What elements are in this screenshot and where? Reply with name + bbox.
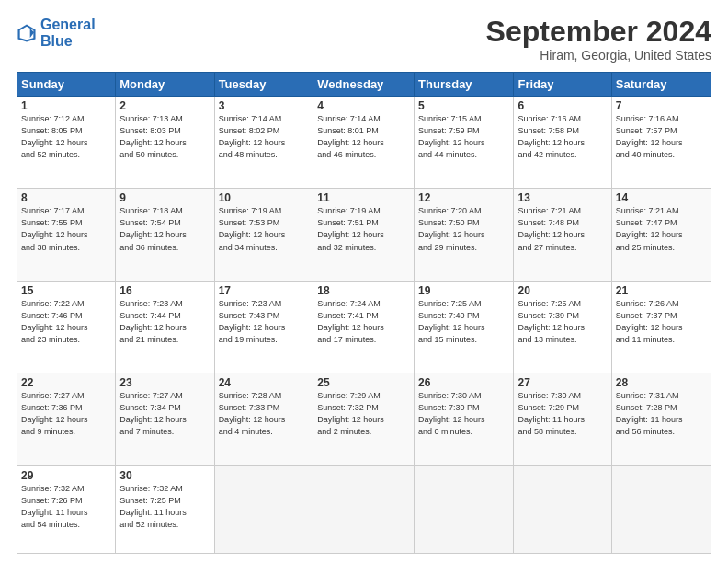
table-cell: 19Sunrise: 7:25 AM Sunset: 7:40 PM Dayli… bbox=[415, 281, 514, 373]
day-number: 30 bbox=[119, 469, 210, 482]
header-wednesday: Wednesday bbox=[313, 73, 415, 97]
table-cell: 15Sunrise: 7:22 AM Sunset: 7:46 PM Dayli… bbox=[17, 281, 116, 373]
page-header: General Blue September 2024 Hiram, Georg… bbox=[17, 17, 711, 63]
day-info: Sunrise: 7:17 AM Sunset: 7:55 PM Dayligh… bbox=[21, 205, 111, 253]
table-cell: 28Sunrise: 7:31 AM Sunset: 7:28 PM Dayli… bbox=[611, 373, 711, 465]
header-tuesday: Tuesday bbox=[214, 73, 313, 97]
day-number: 18 bbox=[317, 284, 410, 297]
table-cell: 7Sunrise: 7:16 AM Sunset: 7:57 PM Daylig… bbox=[611, 97, 711, 189]
table-cell: 23Sunrise: 7:27 AM Sunset: 7:34 PM Dayli… bbox=[116, 373, 214, 465]
table-cell: 29Sunrise: 7:32 AM Sunset: 7:26 PM Dayli… bbox=[17, 465, 116, 554]
day-info: Sunrise: 7:19 AM Sunset: 7:51 PM Dayligh… bbox=[317, 205, 410, 253]
day-number: 15 bbox=[21, 284, 111, 297]
day-number: 5 bbox=[418, 99, 509, 112]
day-number: 1 bbox=[21, 99, 111, 112]
day-info: Sunrise: 7:30 AM Sunset: 7:29 PM Dayligh… bbox=[518, 390, 607, 438]
table-cell bbox=[415, 465, 514, 554]
day-number: 9 bbox=[119, 191, 210, 204]
day-info: Sunrise: 7:20 AM Sunset: 7:50 PM Dayligh… bbox=[418, 205, 509, 253]
table-cell: 20Sunrise: 7:25 AM Sunset: 7:39 PM Dayli… bbox=[514, 281, 611, 373]
day-info: Sunrise: 7:22 AM Sunset: 7:46 PM Dayligh… bbox=[21, 298, 111, 346]
day-info: Sunrise: 7:23 AM Sunset: 7:43 PM Dayligh… bbox=[219, 298, 310, 346]
table-cell bbox=[214, 465, 313, 554]
table-cell: 11Sunrise: 7:19 AM Sunset: 7:51 PM Dayli… bbox=[313, 189, 415, 281]
header-saturday: Saturday bbox=[611, 73, 711, 97]
table-cell: 30Sunrise: 7:32 AM Sunset: 7:25 PM Dayli… bbox=[116, 465, 214, 554]
day-number: 2 bbox=[119, 99, 210, 112]
table-cell: 24Sunrise: 7:28 AM Sunset: 7:33 PM Dayli… bbox=[214, 373, 313, 465]
day-number: 7 bbox=[616, 99, 707, 112]
day-info: Sunrise: 7:32 AM Sunset: 7:25 PM Dayligh… bbox=[119, 483, 210, 531]
day-number: 27 bbox=[518, 376, 607, 389]
header-sunday: Sunday bbox=[17, 73, 116, 97]
day-info: Sunrise: 7:16 AM Sunset: 7:58 PM Dayligh… bbox=[518, 113, 607, 161]
day-info: Sunrise: 7:14 AM Sunset: 8:01 PM Dayligh… bbox=[317, 113, 410, 161]
day-info: Sunrise: 7:32 AM Sunset: 7:26 PM Dayligh… bbox=[21, 483, 111, 531]
table-cell: 16Sunrise: 7:23 AM Sunset: 7:44 PM Dayli… bbox=[116, 281, 214, 373]
day-info: Sunrise: 7:18 AM Sunset: 7:54 PM Dayligh… bbox=[119, 205, 210, 253]
day-info: Sunrise: 7:16 AM Sunset: 7:57 PM Dayligh… bbox=[616, 113, 707, 161]
day-number: 16 bbox=[119, 284, 210, 297]
day-info: Sunrise: 7:19 AM Sunset: 7:53 PM Dayligh… bbox=[219, 205, 310, 253]
day-info: Sunrise: 7:27 AM Sunset: 7:36 PM Dayligh… bbox=[21, 390, 111, 438]
week-row-4: 22Sunrise: 7:27 AM Sunset: 7:36 PM Dayli… bbox=[17, 373, 711, 465]
day-number: 6 bbox=[518, 99, 607, 112]
day-number: 21 bbox=[616, 284, 707, 297]
table-cell: 6Sunrise: 7:16 AM Sunset: 7:58 PM Daylig… bbox=[514, 97, 611, 189]
month-title: September 2024 bbox=[486, 17, 711, 46]
day-number: 25 bbox=[317, 376, 410, 389]
table-cell: 2Sunrise: 7:13 AM Sunset: 8:03 PM Daylig… bbox=[116, 97, 214, 189]
table-cell: 13Sunrise: 7:21 AM Sunset: 7:48 PM Dayli… bbox=[514, 189, 611, 281]
day-info: Sunrise: 7:23 AM Sunset: 7:44 PM Dayligh… bbox=[119, 298, 210, 346]
table-cell: 12Sunrise: 7:20 AM Sunset: 7:50 PM Dayli… bbox=[415, 189, 514, 281]
week-row-3: 15Sunrise: 7:22 AM Sunset: 7:46 PM Dayli… bbox=[17, 281, 711, 373]
day-number: 3 bbox=[219, 99, 310, 112]
day-number: 23 bbox=[119, 376, 210, 389]
day-info: Sunrise: 7:27 AM Sunset: 7:34 PM Dayligh… bbox=[119, 390, 210, 438]
day-info: Sunrise: 7:28 AM Sunset: 7:33 PM Dayligh… bbox=[219, 390, 310, 438]
table-cell: 26Sunrise: 7:30 AM Sunset: 7:30 PM Dayli… bbox=[415, 373, 514, 465]
table-cell: 1Sunrise: 7:12 AM Sunset: 8:05 PM Daylig… bbox=[17, 97, 116, 189]
day-number: 19 bbox=[418, 284, 509, 297]
day-info: Sunrise: 7:15 AM Sunset: 7:59 PM Dayligh… bbox=[418, 113, 509, 161]
logo: General Blue bbox=[17, 17, 96, 49]
day-number: 17 bbox=[219, 284, 310, 297]
table-cell: 18Sunrise: 7:24 AM Sunset: 7:41 PM Dayli… bbox=[313, 281, 415, 373]
table-cell: 3Sunrise: 7:14 AM Sunset: 8:02 PM Daylig… bbox=[214, 97, 313, 189]
day-info: Sunrise: 7:21 AM Sunset: 7:48 PM Dayligh… bbox=[518, 205, 607, 253]
day-info: Sunrise: 7:13 AM Sunset: 8:03 PM Dayligh… bbox=[119, 113, 210, 161]
table-cell: 4Sunrise: 7:14 AM Sunset: 8:01 PM Daylig… bbox=[313, 97, 415, 189]
table-cell: 27Sunrise: 7:30 AM Sunset: 7:29 PM Dayli… bbox=[514, 373, 611, 465]
day-number: 4 bbox=[317, 99, 410, 112]
table-cell: 14Sunrise: 7:21 AM Sunset: 7:47 PM Dayli… bbox=[611, 189, 711, 281]
table-cell bbox=[313, 465, 415, 554]
day-number: 13 bbox=[518, 191, 607, 204]
day-info: Sunrise: 7:25 AM Sunset: 7:39 PM Dayligh… bbox=[518, 298, 607, 346]
table-cell: 21Sunrise: 7:26 AM Sunset: 7:37 PM Dayli… bbox=[611, 281, 711, 373]
header-monday: Monday bbox=[116, 73, 214, 97]
day-number: 8 bbox=[21, 191, 111, 204]
day-info: Sunrise: 7:31 AM Sunset: 7:28 PM Dayligh… bbox=[616, 390, 707, 438]
table-cell: 9Sunrise: 7:18 AM Sunset: 7:54 PM Daylig… bbox=[116, 189, 214, 281]
calendar-table: Sunday Monday Tuesday Wednesday Thursday… bbox=[17, 72, 711, 554]
table-cell: 10Sunrise: 7:19 AM Sunset: 7:53 PM Dayli… bbox=[214, 189, 313, 281]
day-number: 11 bbox=[317, 191, 410, 204]
day-number: 29 bbox=[21, 469, 111, 482]
day-number: 22 bbox=[21, 376, 111, 389]
day-info: Sunrise: 7:29 AM Sunset: 7:32 PM Dayligh… bbox=[317, 390, 410, 438]
day-info: Sunrise: 7:26 AM Sunset: 7:37 PM Dayligh… bbox=[616, 298, 707, 346]
table-cell bbox=[514, 465, 611, 554]
table-cell: 17Sunrise: 7:23 AM Sunset: 7:43 PM Dayli… bbox=[214, 281, 313, 373]
header-thursday: Thursday bbox=[415, 73, 514, 97]
day-info: Sunrise: 7:14 AM Sunset: 8:02 PM Dayligh… bbox=[219, 113, 310, 161]
table-cell: 22Sunrise: 7:27 AM Sunset: 7:36 PM Dayli… bbox=[17, 373, 116, 465]
day-info: Sunrise: 7:12 AM Sunset: 8:05 PM Dayligh… bbox=[21, 113, 111, 161]
title-block: September 2024 Hiram, Georgia, United St… bbox=[486, 17, 711, 63]
day-info: Sunrise: 7:24 AM Sunset: 7:41 PM Dayligh… bbox=[317, 298, 410, 346]
week-row-2: 8Sunrise: 7:17 AM Sunset: 7:55 PM Daylig… bbox=[17, 189, 711, 281]
week-row-5: 29Sunrise: 7:32 AM Sunset: 7:26 PM Dayli… bbox=[17, 465, 711, 554]
day-number: 28 bbox=[616, 376, 707, 389]
day-info: Sunrise: 7:30 AM Sunset: 7:30 PM Dayligh… bbox=[418, 390, 509, 438]
table-cell: 8Sunrise: 7:17 AM Sunset: 7:55 PM Daylig… bbox=[17, 189, 116, 281]
table-cell: 25Sunrise: 7:29 AM Sunset: 7:32 PM Dayli… bbox=[313, 373, 415, 465]
